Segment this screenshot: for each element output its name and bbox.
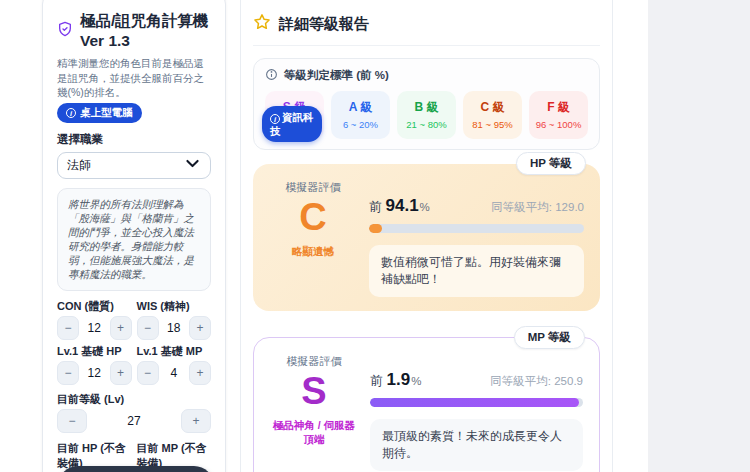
con-plus-button[interactable]: + <box>110 316 132 340</box>
grade-card-a: A 級 6 ~ 20% <box>331 91 390 139</box>
hp-grade-letter: C <box>269 195 357 241</box>
level-field: 目前等級 (Lv) − 27 + <box>57 392 211 433</box>
wis-label: WIS (精神) <box>137 299 212 313</box>
page-background-right <box>648 0 750 472</box>
base-mp-plus-button[interactable]: + <box>189 361 211 385</box>
mp-progress-fill <box>370 398 579 407</box>
mp-grade-tag: MP 等級 <box>514 326 585 349</box>
info-circle-icon <box>265 68 278 83</box>
hp-average: 同等級平均: 129.0 <box>491 200 584 215</box>
grade-card-f: F 級 96 ~ 100% <box>529 91 588 139</box>
chevron-down-icon <box>184 155 201 175</box>
report-panel: 詳細等級報告 等級判定標準 (前 %) S 級 0 ~ 5% A 級 6 ~ 2… <box>240 0 613 472</box>
level-plus-button[interactable]: + <box>181 409 211 433</box>
base-hp-minus-button[interactable]: − <box>57 361 79 385</box>
wis-stepper: − 18 + <box>137 316 212 340</box>
base-mp-stepper: − 4 + <box>137 361 212 385</box>
divider <box>253 45 600 46</box>
base-hp-label: Lv.1 基礎 HP <box>57 344 132 358</box>
wis-value[interactable]: 18 <box>162 316 187 340</box>
device-badge[interactable]: 桌上型電腦 <box>57 103 142 122</box>
con-value[interactable]: 12 <box>82 316 107 340</box>
hp-eval-label: 模擬器評價 <box>269 180 357 195</box>
job-selected-value: 法師 <box>67 157 91 174</box>
con-minus-button[interactable]: − <box>57 316 79 340</box>
hp-progress-bar <box>369 224 584 233</box>
app-description: 精準測量您的角色目前是極品還是詛咒角，並提供全服前百分之幾(%)的排名。 <box>57 56 211 101</box>
base-mp-value[interactable]: 4 <box>162 361 187 385</box>
stat-grid: CON (體質) − 12 + WIS (精神) − 18 + Lv.1 基礎 … <box>57 299 211 386</box>
hp-percent: 前94.1% <box>369 196 430 216</box>
base-mp-field: Lv.1 基礎 MP − 4 + <box>137 344 212 385</box>
grade-criteria-box: 等級判定標準 (前 %) S 級 0 ~ 5% A 級 6 ~ 20% B 級 … <box>253 58 600 150</box>
base-hp-field: Lv.1 基礎 HP − 12 + <box>57 344 132 385</box>
mp-eval-label: 模擬器評價 <box>270 354 358 369</box>
base-hp-plus-button[interactable]: + <box>110 361 132 385</box>
hp-grade-caption: 略顯遺憾 <box>269 244 357 259</box>
con-label: CON (體質) <box>57 299 132 313</box>
wis-plus-button[interactable]: + <box>189 316 211 340</box>
info-icon <box>270 114 280 124</box>
level-minus-button[interactable]: − <box>57 409 87 433</box>
level-label: 目前等級 (Lv) <box>57 392 211 406</box>
info-icon <box>66 108 76 118</box>
base-mp-label: Lv.1 基礎 MP <box>137 344 212 358</box>
job-select-label: 選擇職業 <box>57 132 211 147</box>
app-title: 極品/詛咒角計算機 Ver 1.3 <box>80 11 208 51</box>
sidebar-header: 極品/詛咒角計算機 Ver 1.3 <box>57 11 211 51</box>
mp-grade-card: MP 等級 模擬器評價 S 極品神角 / 伺服器頂端 前1.9% 同等級平均: … <box>253 337 600 472</box>
level-stepper: − 27 + <box>57 409 211 433</box>
grade-card-b: B 級 21 ~ 80% <box>397 91 456 139</box>
criteria-heading-row: 等級判定標準 (前 %) <box>265 68 588 83</box>
level-value[interactable]: 27 <box>90 409 178 433</box>
base-hp-stepper: − 12 + <box>57 361 132 385</box>
wis-minus-button[interactable]: − <box>137 316 159 340</box>
base-mp-minus-button[interactable]: − <box>137 361 159 385</box>
mp-grade-caption: 極品神角 / 伺服器頂端 <box>270 418 358 447</box>
mp-percent: 前1.9% <box>370 370 421 390</box>
grade-card-c: C 級 81 ~ 95% <box>463 91 522 139</box>
mp-comment: 最頂級的素質！未來的成長更令人期待。 <box>370 419 583 471</box>
base-hp-value[interactable]: 12 <box>82 361 107 385</box>
report-title: 詳細等級報告 <box>279 15 369 34</box>
con-stepper: − 12 + <box>57 316 132 340</box>
calculator-sidebar: 極品/詛咒角計算機 Ver 1.3 精準測量您的角色目前是極品還是詛咒角，並提供… <box>42 0 226 472</box>
shield-check-icon <box>57 21 73 41</box>
mp-progress-bar <box>370 398 583 407</box>
criteria-heading: 等級判定標準 (前 %) <box>284 68 389 83</box>
app-page: 極品/詛咒角計算機 Ver 1.3 精準測量您的角色目前是極品還是詛咒角，並提供… <box>0 0 750 472</box>
hp-grade-card: HP 等級 模擬器評價 C 略顯遺憾 前94.1% 同等級平均: 129.0 <box>253 164 600 311</box>
mp-grade-letter: S <box>270 369 358 415</box>
s-grade-tooltip: 資訊科技 <box>262 106 322 142</box>
report-header: 詳細等級報告 <box>253 13 600 35</box>
star-icon <box>253 13 271 35</box>
job-select[interactable]: 法師 <box>57 152 211 179</box>
mp-average: 同等級平均: 250.9 <box>490 374 583 389</box>
con-field: CON (體質) − 12 + <box>57 299 132 340</box>
job-description-box: 將世界的所有法則理解為「殷海薩」與「格蘭肯」之間的鬥爭，並全心投入魔法研究的學者… <box>57 188 211 291</box>
hp-comment: 數值稍微可惜了點。用好裝備來彌補缺點吧！ <box>369 245 584 297</box>
calculate-button[interactable] <box>58 466 214 472</box>
wis-field: WIS (精神) − 18 + <box>137 299 212 340</box>
hp-progress-fill <box>369 224 382 233</box>
hp-grade-tag: HP 等級 <box>516 152 586 175</box>
